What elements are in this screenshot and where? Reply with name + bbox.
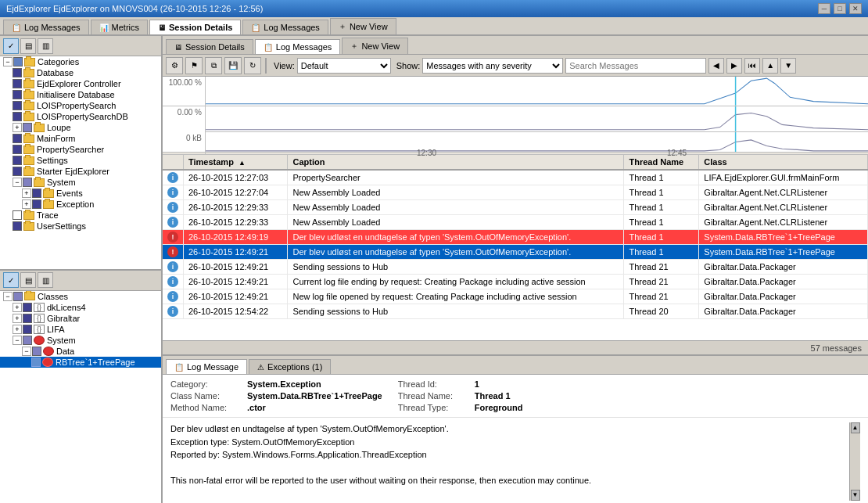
tab-session-details[interactable]: 🖥 Session Details	[149, 20, 241, 34]
collapse-button-2[interactable]: ▥	[38, 272, 53, 288]
checkbox-loisproperty-searchdb[interactable]	[13, 112, 22, 121]
expand-loupe-icon[interactable]: +	[13, 123, 22, 132]
expand-lifa-icon[interactable]: +	[13, 325, 22, 334]
expand-data-icon[interactable]: −	[22, 347, 31, 356]
toolbar-copy-btn[interactable]: ⧉	[205, 57, 222, 74]
table-row[interactable]: i 26-10-2015 12:49:21 Current log file e…	[163, 275, 868, 289]
tree-item-events[interactable]: + Events	[0, 188, 161, 199]
col-icon[interactable]	[163, 155, 184, 170]
tree-item-database[interactable]: Database	[0, 67, 161, 78]
expand-events-icon[interactable]: +	[22, 189, 31, 198]
view-select[interactable]: Default	[297, 58, 391, 74]
tree-item-mainform[interactable]: MainForm	[0, 133, 161, 144]
expand-system-icon[interactable]: −	[13, 178, 22, 187]
tree-item-system-classes[interactable]: − System	[0, 335, 161, 346]
checkbox-rbtree[interactable]	[31, 357, 41, 367]
tree-item-data[interactable]: − Data	[0, 346, 161, 357]
toolbar-filter-btn[interactable]: ⚙	[166, 57, 183, 74]
tree-item-gibraltar[interactable]: + {} Gibraltar	[0, 313, 161, 324]
table-row[interactable]: i 26-10-2015 12:27:04 New Assembly Loade…	[163, 185, 868, 200]
toolbar-save-btn[interactable]: 💾	[224, 57, 242, 74]
checkbox-user-settings[interactable]	[13, 221, 22, 231]
checkbox-settings[interactable]	[13, 156, 22, 165]
tab-log-messages-1[interactable]: 📋 Log Messages	[3, 20, 89, 34]
checkbox-categories[interactable]	[13, 57, 23, 66]
checkbox-lifa[interactable]	[23, 325, 32, 334]
tree-item-rbtree[interactable]: RBTree`1+TreePage	[0, 357, 161, 368]
toolbar-refresh-btn[interactable]: ↻	[244, 57, 261, 74]
checkbox-property-searcher[interactable]	[13, 145, 22, 154]
tree-item-ejdexplorer-controller[interactable]: EjdExplorer Controller	[0, 78, 161, 89]
nav-down-btn[interactable]: ▼	[780, 58, 796, 74]
checkbox-dklicens4[interactable]	[23, 303, 32, 312]
minimize-button[interactable]: ─	[818, 3, 830, 14]
tree-item-starter-ejdexplorer[interactable]: Starter EjdExplorer	[0, 166, 161, 177]
tab-log-message[interactable]: 📋 Log Message	[166, 359, 247, 374]
tree-item-loisproperty-search[interactable]: LOISPropertySearch	[0, 100, 161, 111]
scrollbar-down-btn[interactable]: ▼	[851, 490, 860, 501]
checkbox-ejdexplorer-controller[interactable]	[13, 79, 22, 88]
check-all-button-2[interactable]: ✓	[3, 272, 19, 288]
table-row[interactable]: i 26-10-2015 12:54:22 Sending sessions t…	[163, 304, 868, 319]
checkbox-database[interactable]	[13, 68, 22, 77]
tree-item-exception[interactable]: + Exception	[0, 199, 161, 210]
search-prev-btn[interactable]: ◀	[708, 58, 724, 74]
checkbox-trace[interactable]	[13, 210, 22, 220]
tree-item-property-searcher[interactable]: PropertySearcher	[0, 144, 161, 155]
tree-item-classes[interactable]: − Classes	[0, 291, 161, 302]
expand-system-classes-icon[interactable]: −	[13, 336, 22, 345]
tree-item-user-settings[interactable]: UserSettings	[0, 221, 161, 232]
table-row[interactable]: i 26-10-2015 12:29:33 New Assembly Loade…	[163, 200, 868, 215]
table-row[interactable]: i 26-10-2015 12:49:21 New log file opene…	[163, 289, 868, 304]
tree-item-loupe[interactable]: + Loupe	[0, 122, 161, 133]
checkbox-exception[interactable]	[32, 199, 41, 209]
expand-exception-icon[interactable]: +	[22, 199, 31, 209]
checkbox-loisproperty-search[interactable]	[13, 101, 22, 110]
col-timestamp[interactable]: Timestamp ▲	[184, 155, 288, 170]
col-class[interactable]: Class	[699, 155, 868, 170]
nav-up-btn[interactable]: ▲	[762, 58, 778, 74]
col-caption[interactable]: Caption	[288, 155, 624, 170]
toolbar-flag-btn[interactable]: ⚑	[185, 57, 203, 74]
tab-log-messages-session[interactable]: 📋 Log Messages	[255, 39, 341, 54]
tree-item-categories[interactable]: − Categories	[0, 56, 161, 67]
tree-item-lifa[interactable]: + {} LIFA	[0, 324, 161, 335]
search-input[interactable]	[565, 58, 706, 74]
tree-item-initialisere-database[interactable]: Initialisere Database	[0, 89, 161, 100]
tab-log-messages-2[interactable]: 📋 Log Messages	[242, 20, 328, 34]
table-row[interactable]: i 26-10-2015 12:29:33 New Assembly Loade…	[163, 215, 868, 230]
tab-exceptions[interactable]: ⚠ Exceptions (1)	[249, 359, 331, 374]
maximize-button[interactable]: □	[834, 3, 846, 14]
table-row[interactable]: i 26-10-2015 12:27:03 PropertySearcher T…	[163, 170, 868, 185]
checkbox-system[interactable]	[23, 178, 32, 187]
expand-classes-icon[interactable]: −	[3, 292, 13, 301]
search-first-btn[interactable]: ⏮	[744, 58, 760, 74]
tab-session-details[interactable]: 🖥 Session Details	[166, 39, 253, 54]
col-thread[interactable]: Thread Name	[624, 155, 699, 170]
expand-button-2[interactable]: ▤	[20, 272, 36, 288]
checkbox-events[interactable]	[32, 189, 41, 198]
tab-metrics[interactable]: 📊 Metrics	[91, 20, 148, 34]
tree-item-system[interactable]: − System	[0, 177, 161, 188]
scrollbar-up-btn[interactable]: ▲	[851, 422, 860, 433]
checkbox-classes[interactable]	[13, 292, 23, 301]
checkbox-loupe[interactable]	[23, 123, 32, 132]
table-row[interactable]: i 26-10-2015 12:49:21 Sending sessions t…	[163, 260, 868, 275]
tree-item-trace[interactable]: Trace	[0, 210, 161, 221]
close-button[interactable]: ✕	[849, 3, 862, 14]
tab-new-view[interactable]: ＋ New View	[330, 18, 396, 34]
classes-tree[interactable]: − Classes + {} dkLicens4 +	[0, 291, 161, 504]
tree-item-loisproperty-searchdb[interactable]: LOISPropertySearchDB	[0, 111, 161, 122]
log-table[interactable]: Timestamp ▲ Caption Thread Name Class i …	[163, 155, 868, 340]
show-select[interactable]: Messages with any severity	[422, 58, 563, 74]
categories-tree[interactable]: − Categories Database EjdExp	[0, 56, 161, 269]
expand-gibraltar-icon[interactable]: +	[13, 314, 22, 323]
tree-item-settings[interactable]: Settings	[0, 155, 161, 166]
checkbox-system-classes[interactable]	[23, 336, 32, 345]
table-row[interactable]: ! 26-10-2015 12:49:19 Der blev udløst en…	[163, 230, 868, 245]
check-all-button[interactable]: ✓	[3, 38, 19, 54]
expand-dklicens4-icon[interactable]: +	[13, 303, 22, 312]
collapse-button[interactable]: ▥	[38, 38, 53, 54]
checkbox-mainform[interactable]	[13, 134, 22, 143]
checkbox-initialisere-database[interactable]	[13, 90, 22, 99]
